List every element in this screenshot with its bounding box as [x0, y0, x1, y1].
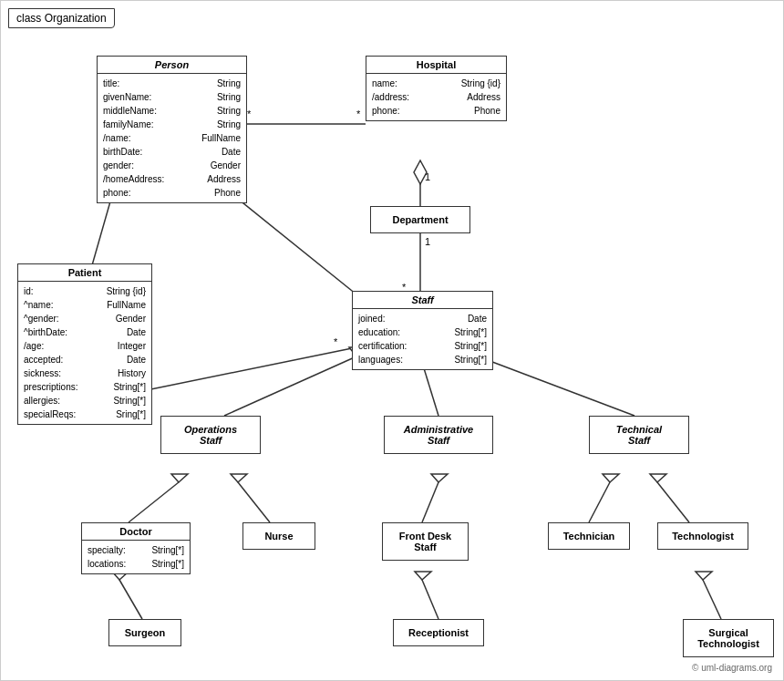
svg-marker-30: [603, 474, 619, 482]
technician-title: Technician: [549, 528, 629, 544]
hospital-attrs: name:String {id} /address:Address phone:…: [366, 74, 506, 120]
svg-text:1: 1: [425, 236, 430, 247]
nurse-box: Nurse: [242, 522, 315, 550]
diagram-container: class Organization * * 1 * 1 * * *: [0, 0, 784, 681]
technical-staff-box: Technical Staff: [589, 416, 689, 454]
svg-marker-4: [414, 160, 427, 184]
doctor-box: Doctor specialty:String[*] locations:Str…: [81, 522, 191, 574]
department-title: Department: [371, 212, 469, 228]
svg-marker-26: [231, 474, 247, 482]
surgeon-title: Surgeon: [109, 624, 181, 641]
person-attrs: title:String givenName:String middleName…: [98, 74, 246, 202]
svg-marker-24: [171, 474, 188, 482]
staff-box: Staff joined:Date education:String[*] ce…: [352, 291, 493, 370]
front-desk-staff-box: Front Desk Staff: [382, 522, 469, 561]
doctor-title: Doctor: [82, 523, 190, 541]
svg-line-23: [129, 482, 179, 522]
technologist-title: Technologist: [658, 528, 748, 544]
person-box: Person title:String givenName:String mid…: [97, 56, 247, 203]
staff-title: Staff: [353, 292, 492, 309]
administrative-staff-title: Administrative Staff: [385, 421, 492, 449]
svg-line-35: [422, 580, 438, 619]
copyright: © uml-diagrams.org: [692, 663, 772, 673]
technician-box: Technician: [548, 522, 630, 550]
svg-marker-28: [431, 474, 448, 482]
svg-line-37: [703, 580, 721, 619]
person-title: Person: [98, 57, 246, 74]
operations-staff-box: Operations Staff: [160, 416, 261, 454]
svg-text:*: *: [247, 108, 252, 119]
svg-marker-32: [650, 474, 666, 482]
svg-text:*: *: [334, 336, 338, 347]
staff-attrs: joined:Date education:String[*] certific…: [353, 309, 492, 369]
administrative-staff-box: Administrative Staff: [384, 416, 493, 454]
technical-staff-title: Technical Staff: [590, 421, 688, 449]
operations-staff-title: Operations Staff: [161, 421, 260, 449]
surgical-technologist-box: Surgical Technologist: [683, 619, 774, 657]
diagram-title: class Organization: [8, 8, 115, 28]
patient-box: Patient id:String {id} ^name:FullName ^g…: [17, 263, 152, 425]
surgeon-box: Surgeon: [108, 619, 181, 646]
doctor-attrs: specialty:String[*] locations:String[*]: [82, 541, 190, 573]
receptionist-box: Receptionist: [393, 619, 484, 646]
svg-line-25: [238, 482, 270, 522]
svg-line-33: [119, 580, 142, 619]
surgical-technologist-title: Surgical Technologist: [684, 624, 773, 652]
technologist-box: Technologist: [657, 522, 748, 550]
svg-line-14: [133, 347, 356, 393]
patient-attrs: id:String {id} ^name:FullName ^gender:Ge…: [18, 282, 151, 424]
svg-marker-38: [696, 572, 712, 580]
svg-line-31: [657, 482, 689, 522]
front-desk-staff-title: Front Desk Staff: [383, 528, 468, 555]
patient-title: Patient: [18, 264, 151, 282]
hospital-box: Hospital name:String {id} /address:Addre…: [366, 56, 507, 121]
receptionist-title: Receptionist: [394, 624, 483, 641]
hospital-title: Hospital: [366, 57, 506, 74]
nurse-title: Nurse: [243, 528, 315, 544]
svg-marker-36: [415, 572, 431, 580]
svg-line-27: [422, 482, 438, 522]
svg-text:1: 1: [425, 171, 430, 182]
department-box: Department: [370, 206, 470, 233]
svg-line-17: [224, 356, 356, 416]
svg-line-29: [589, 482, 610, 522]
svg-text:*: *: [356, 108, 361, 119]
